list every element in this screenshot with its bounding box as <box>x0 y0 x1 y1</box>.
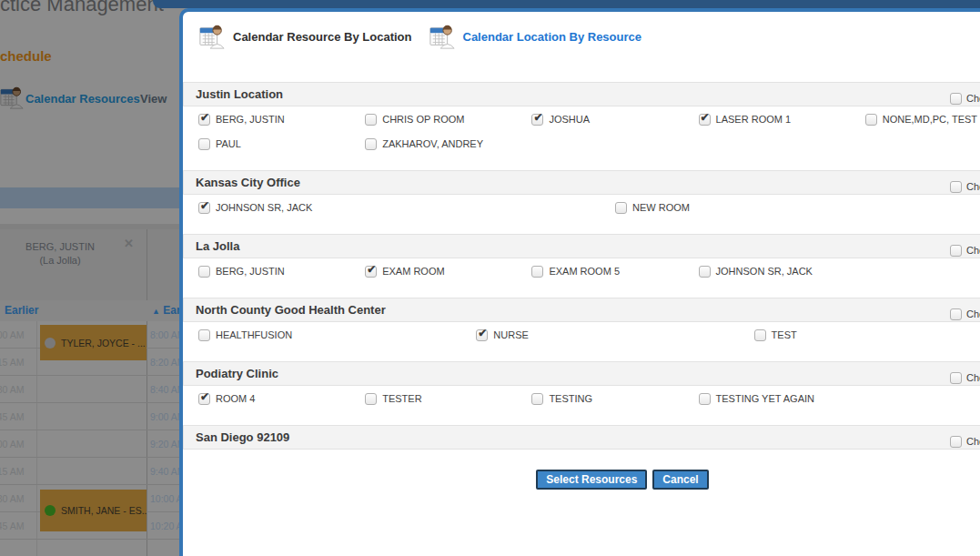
resource-checkbox-item[interactable]: BERG, JUSTIN <box>198 265 365 278</box>
resource-checkbox-item[interactable]: NURSE <box>476 329 753 341</box>
location-name: Podiatry Clinic <box>196 367 278 380</box>
resource-checkbox-grid: BERG, JUSTINCHRIS OP ROOMJOSHUALASER ROO… <box>198 113 980 150</box>
cancel-button[interactable]: Cancel <box>652 470 708 490</box>
location-section-header: Kansas City OfficeCheck All <box>183 170 980 195</box>
location-section: Kansas City OfficeCheck AllJOHNSON SR, J… <box>183 170 980 214</box>
checkbox-unchecked[interactable] <box>699 266 711 278</box>
check-all-label: Check All <box>966 430 980 453</box>
check-all-label: Check All <box>966 367 980 389</box>
resource-checkbox-item[interactable]: LASER ROOM 1 <box>699 113 865 126</box>
tab-calendar-resource-by-location[interactable]: Calendar Resource By Location <box>198 23 412 50</box>
resource-label: ROOM 4 <box>216 393 255 404</box>
check-all-checkbox[interactable] <box>950 181 962 193</box>
checkbox-unchecked[interactable] <box>531 393 543 405</box>
screen: ctice Management chedule Calendar Resour… <box>0 0 980 556</box>
check-all-label: Check All <box>966 303 980 326</box>
checkbox-checked[interactable] <box>531 114 543 126</box>
select-resources-button[interactable]: Select Resources <box>536 470 647 490</box>
resource-label: EXAM ROOM <box>382 266 444 277</box>
resource-checkbox-item[interactable]: HEALTHFUSION <box>198 329 476 341</box>
checkbox-checked[interactable] <box>476 329 488 341</box>
resource-label: TEST <box>772 329 797 340</box>
top-blue-band <box>153 0 980 8</box>
check-all-checkbox[interactable] <box>950 93 962 105</box>
modal-buttons: Select Resources Cancel <box>198 470 980 490</box>
resource-label: CHRIS OP ROOM <box>382 114 464 125</box>
checkbox-unchecked[interactable] <box>531 266 543 278</box>
location-section-header: North County Good Health CenterCheck All <box>183 298 980 322</box>
checkbox-unchecked[interactable] <box>615 202 627 214</box>
location-section: San Diego 92109Check All <box>183 425 980 450</box>
location-section: Podiatry ClinicCheck AllROOM 4TESTERTEST… <box>183 361 980 405</box>
resource-checkbox-item[interactable]: CHRIS OP ROOM <box>365 113 531 126</box>
check-all-label: Check All <box>966 239 980 262</box>
check-all-checkbox[interactable] <box>950 436 962 448</box>
resource-checkbox-item[interactable]: EXAM ROOM 5 <box>531 265 698 278</box>
location-name: North County Good Health Center <box>196 303 386 317</box>
resource-label: BERG, JUSTIN <box>216 114 285 125</box>
resource-label: ZAKHAROV, ANDREY <box>382 138 483 149</box>
location-name: La Jolla <box>196 239 239 253</box>
resource-checkbox-grid: BERG, JUSTINEXAM ROOMEXAM ROOM 5JOHNSON … <box>198 265 980 278</box>
check-all-label: Check All <box>966 87 980 110</box>
checkbox-unchecked[interactable] <box>865 114 877 126</box>
resource-checkbox-item[interactable]: EXAM ROOM <box>365 265 531 278</box>
checkbox-unchecked[interactable] <box>365 138 377 150</box>
location-section: Justin LocationCheck AllBERG, JUSTINCHRI… <box>183 82 980 150</box>
resource-checkbox-item[interactable]: JOSHUA <box>531 113 698 126</box>
resource-checkbox-grid: HEALTHFUSIONNURSETEST <box>198 329 980 341</box>
calendar-person-icon <box>429 23 456 50</box>
check-all-control[interactable]: Check All <box>950 239 980 262</box>
checkbox-unchecked[interactable] <box>365 393 377 405</box>
resource-checkbox-item[interactable]: NEW ROOM <box>615 201 980 214</box>
resource-label: BERG, JUSTIN <box>216 266 285 277</box>
check-all-control[interactable]: Check All <box>950 430 980 453</box>
check-all-checkbox[interactable] <box>950 245 962 257</box>
check-all-label: Check All <box>966 176 980 198</box>
calendar-resources-modal: Calendar Resource By Location Calendar L… <box>179 8 980 556</box>
resource-label: PAUL <box>216 138 241 149</box>
resource-checkbox-item[interactable]: ROOM 4 <box>198 392 365 405</box>
check-all-control[interactable]: Check All <box>950 87 980 110</box>
resource-label: LASER ROOM 1 <box>716 114 792 125</box>
checkbox-unchecked[interactable] <box>754 329 766 341</box>
calendar-person-icon <box>198 23 226 50</box>
location-name: Justin Location <box>196 87 283 101</box>
resource-label: TESTING YET AGAIN <box>716 393 814 404</box>
check-all-control[interactable]: Check All <box>950 176 980 198</box>
resource-label: NONE,MD,PC, TEST <box>883 114 977 125</box>
resource-checkbox-item[interactable]: TEST <box>754 329 980 341</box>
checkbox-checked[interactable] <box>198 114 210 126</box>
check-all-checkbox[interactable] <box>950 308 962 320</box>
check-all-control[interactable]: Check All <box>950 303 980 326</box>
checkbox-checked[interactable] <box>699 114 711 126</box>
checkbox-checked[interactable] <box>198 202 210 214</box>
check-all-checkbox[interactable] <box>950 372 962 384</box>
checkbox-unchecked[interactable] <box>198 266 210 278</box>
resource-label: NURSE <box>493 329 529 340</box>
tab-calendar-location-by-resource[interactable]: Calendar Location By Resource <box>429 23 642 50</box>
resource-checkbox-grid: JOHNSON SR, JACKNEW ROOM <box>198 201 980 214</box>
resource-checkbox-item[interactable]: TESTING YET AGAIN <box>699 392 865 405</box>
check-all-control[interactable]: Check All <box>950 367 980 389</box>
checkbox-checked[interactable] <box>198 393 210 405</box>
location-section-header: San Diego 92109Check All <box>183 425 980 450</box>
resource-checkbox-item[interactable]: JOHNSON SR, JACK <box>198 201 615 214</box>
checkbox-unchecked[interactable] <box>198 329 210 341</box>
resource-checkbox-item[interactable]: BERG, JUSTIN <box>198 113 365 126</box>
resource-checkbox-item[interactable]: JOHNSON SR, JACK <box>699 265 865 278</box>
checkbox-checked[interactable] <box>365 266 377 278</box>
checkbox-unchecked[interactable] <box>365 114 377 126</box>
location-sections: Justin LocationCheck AllBERG, JUSTINCHRI… <box>183 82 980 450</box>
tab-label: Calendar Resource By Location <box>233 30 412 44</box>
resource-label: NEW ROOM <box>632 202 690 213</box>
resource-checkbox-item[interactable]: PAUL <box>198 137 365 150</box>
resource-checkbox-item[interactable]: TESTING <box>531 392 698 405</box>
resource-label: JOHNSON SR, JACK <box>716 266 813 277</box>
tab-label: Calendar Location By Resource <box>463 30 642 44</box>
checkbox-unchecked[interactable] <box>198 138 210 150</box>
resource-checkbox-item[interactable]: NONE,MD,PC, TEST <box>865 113 980 126</box>
checkbox-unchecked[interactable] <box>699 393 711 405</box>
resource-checkbox-item[interactable]: TESTER <box>365 392 531 405</box>
resource-checkbox-item[interactable]: ZAKHAROV, ANDREY <box>365 137 531 150</box>
